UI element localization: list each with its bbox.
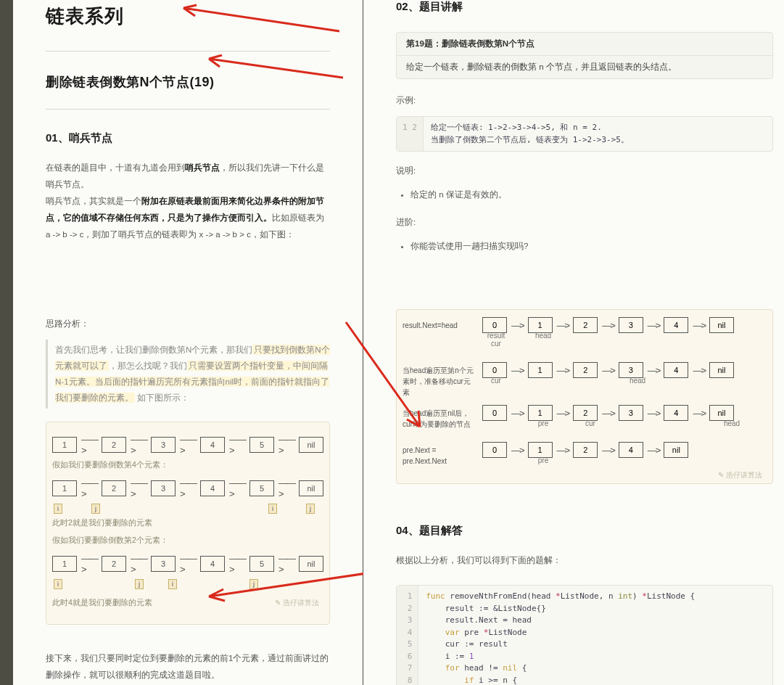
para: 接下来，我们只要同时定位到要删除的元素的前1个元素，通过前面讲过的删除操作，就可… xyxy=(46,650,330,684)
para: 在链表的题目中，十道有九道会用到哨兵节点，所以我们先讲一下什么是哨兵节点。 xyxy=(46,160,330,193)
solution-codebox: 1 2 3 4 5 6 7 8 9 10 11 12 13 14 15 16 1… xyxy=(396,585,773,685)
section-04-heading: 04、题目解答 xyxy=(396,524,773,538)
question-title: 第19题：删除链表倒数第N个节点 xyxy=(397,33,772,56)
article-title: 删除链表倒数第N个节点(19) xyxy=(46,73,330,91)
solution-intro: 根据以上分析，我们可以得到下面的题解： xyxy=(396,552,773,569)
section-02-heading: 02、题目讲解 xyxy=(396,0,773,14)
list-item: 你能尝试使用一趟扫描实现吗? xyxy=(410,238,773,255)
example-label: 示例: xyxy=(396,92,773,109)
list-item: 给定的 n 保证是有效的。 xyxy=(410,186,773,203)
left-column: 链表系列 删除链表倒数第N个节点(19) 01、哨兵节点 在链表的题目中，十道有… xyxy=(13,0,363,685)
analysis-label: 思路分析： xyxy=(46,316,330,332)
series-title: 链表系列 xyxy=(46,4,330,29)
question-body: 给定一个链表，删除链表的倒数第 n 个节点，并且返回链表的头结点。 xyxy=(397,56,772,78)
right-column: 02、题目讲解 第19题：删除链表倒数第N个节点 给定一个链表，删除链表的倒数第… xyxy=(363,0,784,685)
diagram-block: 1——> 2——> 3——> 4——> 5——> nil 假如我们要删除倒数第4… xyxy=(46,422,330,625)
advanced-label: 进阶: xyxy=(396,214,773,231)
example-codebox: 1 2 给定一个链表: 1->2->3->4->5, 和 n = 2. 当删除了… xyxy=(396,116,773,152)
para: 哨兵节点，其实就是一个附加在原链表最前面用来简化边界条件的附加节点，它的值域不存… xyxy=(46,193,330,243)
quote-block: 首先我们思考，让我们删除倒数第N个元素，那我们只要找到倒数第N个元素就可以了，那… xyxy=(46,340,330,409)
section-01-heading: 01、哨兵节点 xyxy=(46,131,330,145)
explain-label: 说明: xyxy=(396,163,773,179)
diagram2-block: result.Next=head 0—> 1—> 2—> 3—> 4—> nil… xyxy=(396,309,773,484)
question-box: 第19题：删除链表倒数第N个节点 给定一个链表，删除链表的倒数第 n 个节点，并… xyxy=(396,32,773,79)
